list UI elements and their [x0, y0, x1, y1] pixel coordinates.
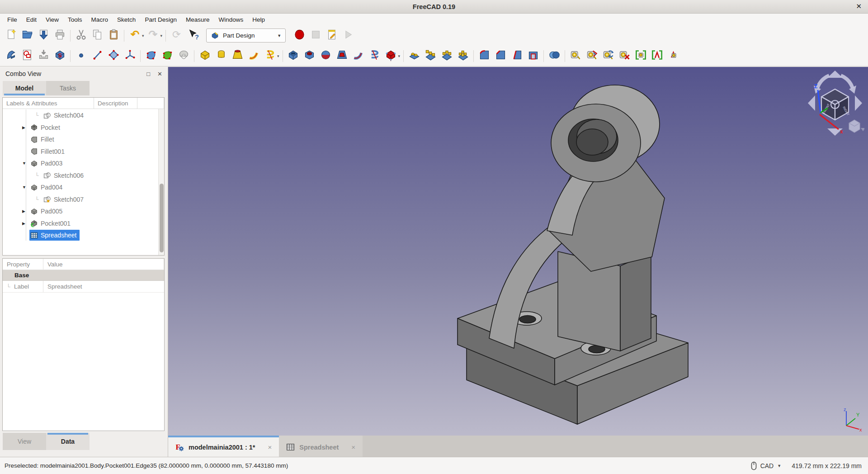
clone-button[interactable]: [176, 48, 191, 64]
toggle-all-dimensions-button[interactable]: [633, 48, 648, 64]
map-sketch-to-face-button[interactable]: S: [52, 48, 67, 64]
cut-button[interactable]: [73, 28, 89, 43]
print-button[interactable]: [52, 28, 67, 43]
tree-item-fillet001[interactable]: Fillet001: [3, 146, 158, 158]
measure-refresh-button[interactable]: [600, 48, 616, 64]
macro-execute-button[interactable]: [340, 28, 356, 43]
undo-button[interactable]: ↶: [127, 28, 142, 43]
linear-pattern-button[interactable]: [423, 48, 438, 64]
subtractive-loft-button[interactable]: [335, 48, 350, 64]
subtractive-pipe-button[interactable]: [351, 48, 366, 64]
tree-item-pad005[interactable]: ▶Pad005: [3, 205, 158, 218]
tree-item-fillet[interactable]: Fillet: [3, 133, 158, 146]
whats-this-button[interactable]: ?: [185, 28, 200, 43]
property-row-label[interactable]: └LabelSpreadsheet: [3, 281, 164, 293]
shape-binder-button[interactable]: [143, 48, 159, 64]
navcube-cube[interactable]: [821, 89, 849, 120]
tree-scrollbar[interactable]: [158, 109, 164, 255]
multitransform-button[interactable]: [455, 48, 471, 64]
thickness-button[interactable]: [525, 48, 541, 64]
mirrored-button[interactable]: [406, 48, 422, 64]
property-group-base[interactable]: Base: [3, 270, 164, 281]
chamfer-button[interactable]: [493, 48, 508, 64]
revolution-button[interactable]: [213, 48, 229, 64]
menu-windows[interactable]: Windows: [214, 15, 248, 24]
draft-button[interactable]: [509, 48, 524, 64]
additive-helix-dropdown[interactable]: ▾: [277, 54, 279, 58]
hole-button[interactable]: [302, 48, 317, 64]
create-sketch-button[interactable]: [19, 48, 35, 64]
document-tab-spreadsheet[interactable]: Spreadsheet×: [279, 436, 363, 457]
expander-pad003[interactable]: ▼: [22, 161, 29, 166]
tab-data[interactable]: Data: [46, 433, 90, 450]
additive-loft-button[interactable]: [230, 48, 245, 64]
boolean-operation-button[interactable]: [547, 48, 562, 64]
tree-item-sketch007[interactable]: └Sketch007: [3, 194, 158, 206]
menu-part-design[interactable]: Part Design: [140, 15, 181, 24]
open-document-button[interactable]: [19, 28, 35, 43]
paste-button[interactable]: [106, 28, 121, 43]
document-tab-close[interactable]: ×: [268, 443, 272, 451]
navcube-arrow-up[interactable]: [827, 71, 843, 78]
3d-scene[interactable]: [168, 67, 868, 436]
navcube-mini-cube[interactable]: [849, 120, 860, 133]
tree-item-spreadsheet[interactable]: Spreadsheet: [3, 229, 158, 242]
subtractive-primitive-button[interactable]: [383, 48, 399, 64]
property-value[interactable]: Spreadsheet: [43, 281, 164, 292]
measure-clear-all-button[interactable]: [617, 48, 632, 64]
expander-pad004[interactable]: ▼: [22, 185, 29, 190]
additive-helix-button[interactable]: [262, 48, 278, 64]
toggle-3d-dimensions-button[interactable]: [649, 48, 665, 64]
workbench-selector[interactable]: Part Design▼: [206, 28, 286, 43]
navcube-rotate-right[interactable]: [841, 76, 853, 88]
navcube-arrow-right[interactable]: [855, 95, 862, 111]
navcube-rotate-left[interactable]: [817, 76, 829, 88]
menu-view[interactable]: View: [41, 15, 63, 24]
tree-scrollbar-thumb[interactable]: [160, 184, 164, 252]
expander-pocket[interactable]: ▶: [22, 125, 29, 130]
document-tab-close[interactable]: ×: [351, 443, 355, 451]
navigation-style-selector[interactable]: CAD ▼: [751, 461, 781, 470]
tree-item-pad004[interactable]: ▼Pad004: [3, 181, 158, 194]
menu-help[interactable]: Help: [248, 15, 269, 24]
pocket-button[interactable]: [286, 48, 301, 64]
subtractive-helix-button[interactable]: [367, 48, 382, 64]
subtractive-primitive-dropdown[interactable]: ▾: [398, 54, 401, 58]
tab-tasks[interactable]: Tasks: [46, 81, 90, 95]
navigation-cube[interactable]: FRONT RIGHT Z x: [806, 69, 864, 137]
groove-button[interactable]: [318, 48, 334, 64]
navcube-arrow-left[interactable]: [808, 95, 815, 111]
macro-edit-button[interactable]: [324, 28, 340, 43]
dock-float-button[interactable]: □: [146, 71, 150, 77]
dock-close-button[interactable]: ✕: [157, 71, 162, 77]
sub-shape-binder-button[interactable]: [160, 48, 175, 64]
tree-item-pocket001[interactable]: ▶Pocket001: [3, 218, 158, 230]
measure-angular-button[interactable]: [584, 48, 599, 64]
tree-item-pocket[interactable]: ▶Pocket: [3, 122, 158, 134]
tree-item-pad003[interactable]: ▼Pad003: [3, 157, 158, 170]
menu-tools[interactable]: Tools: [63, 15, 87, 24]
copy-button[interactable]: [90, 28, 105, 43]
redo-button[interactable]: ↷: [146, 28, 161, 43]
expander-pocket001[interactable]: ▶: [22, 221, 29, 226]
new-document-button[interactable]: [3, 28, 19, 43]
local-coordinate-system-button[interactable]: [122, 48, 137, 64]
menu-file[interactable]: File: [3, 15, 22, 24]
polar-pattern-button[interactable]: [439, 48, 454, 64]
undo-dropdown[interactable]: ▾: [142, 33, 144, 38]
menu-macro[interactable]: Macro: [87, 15, 113, 24]
menu-sketch[interactable]: Sketch: [113, 15, 140, 24]
3d-viewport[interactable]: FRONT RIGHT Z x z Y x: [168, 67, 868, 436]
macro-record-button[interactable]: [292, 28, 307, 43]
edit-sketch-button[interactable]: [36, 48, 51, 64]
tab-view[interactable]: View: [3, 433, 46, 450]
document-tab-modelmainia2001-1[interactable]: Fmodelmainia2001 : 1*×: [168, 436, 279, 457]
refresh-button[interactable]: ⟳: [169, 28, 184, 43]
fillet-button[interactable]: [476, 48, 492, 64]
navcube-menu-arrow[interactable]: [861, 128, 864, 131]
datum-line-button[interactable]: [90, 48, 105, 64]
pad-button[interactable]: [197, 48, 212, 64]
additive-pipe-button[interactable]: [246, 48, 261, 64]
expander-pad005[interactable]: ▶: [22, 209, 29, 213]
save-document-button[interactable]: [36, 28, 51, 43]
